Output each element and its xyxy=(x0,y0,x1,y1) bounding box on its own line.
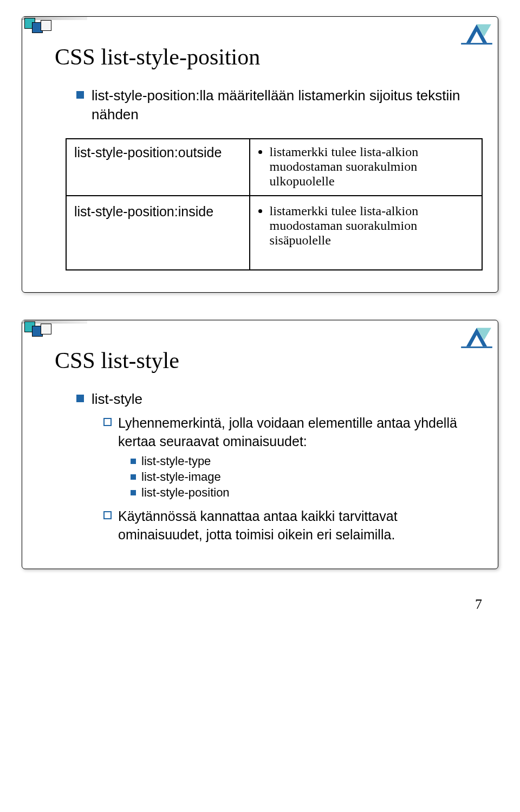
sub-bullet-text: Käytännössä kannattaa antaa kaikki tarvi… xyxy=(118,507,471,544)
square-bullet-icon xyxy=(76,91,84,99)
deep-bullet-text: list-style-position xyxy=(141,486,230,500)
checkbox-bullet-icon xyxy=(103,418,112,426)
checkbox-bullet-icon xyxy=(103,511,112,519)
bullet-text: list-style-position:lla määritellään lis… xyxy=(92,86,471,124)
corner-decoration xyxy=(22,17,87,35)
bullet-item: list-style-position:lla määritellään lis… xyxy=(76,86,471,124)
bullet-item: list-style xyxy=(76,390,471,409)
sub-bullet-item: Lyhennemerkintä, jolla voidaan elementil… xyxy=(103,414,471,451)
deep-list: list-style-type list-style-image list-st… xyxy=(131,454,471,500)
table-cell-right: listamerkki tulee lista-alkion muodostam… xyxy=(250,139,482,196)
table-text-line: muodostaman suorakulmion xyxy=(270,159,474,174)
svg-marker-0 xyxy=(466,24,487,43)
sub-bullet-item: Käytännössä kannattaa antaa kaikki tarvi… xyxy=(103,507,471,544)
logo-icon xyxy=(461,20,492,46)
bullet-text: list-style xyxy=(92,390,142,409)
table-text-line: sisäpuolelle xyxy=(270,233,474,248)
deep-bullet-item: list-style-position xyxy=(131,486,471,500)
slide-2: CSS list-style list-style Lyhennemerkint… xyxy=(22,320,498,569)
svg-marker-3 xyxy=(466,328,487,347)
deep-bullet-item: list-style-type xyxy=(131,454,471,468)
square-bullet-icon xyxy=(131,490,136,495)
slide-title: CSS list-style xyxy=(55,347,471,373)
table-cell-left: list-style-position:inside xyxy=(66,196,250,270)
table-text-line: ulkopuolelle xyxy=(270,174,474,189)
svg-marker-1 xyxy=(477,24,491,37)
deep-bullet-item: list-style-image xyxy=(131,470,471,484)
table-text-line: listamerkki tulee lista-alkion xyxy=(270,145,474,159)
deep-bullet-text: list-style-type xyxy=(141,454,211,468)
sub-bullet-text: Lyhennemerkintä, jolla voidaan elementil… xyxy=(118,414,471,451)
corner-decoration xyxy=(22,320,87,339)
deep-bullet-text: list-style-image xyxy=(141,470,221,484)
table-cell-right: listamerkki tulee lista-alkion muodostam… xyxy=(250,196,482,270)
square-bullet-icon xyxy=(76,395,84,402)
square-bullet-icon xyxy=(131,474,136,480)
slide-title: CSS list-style-position xyxy=(55,44,471,70)
table-cell-left: list-style-position:outside xyxy=(66,139,250,196)
table-text-line: listamerkki tulee lista-alkion xyxy=(270,204,474,218)
logo-icon xyxy=(461,324,492,350)
svg-marker-4 xyxy=(477,328,491,340)
table-text-line: muodostaman suorakulmion xyxy=(270,218,474,233)
square-bullet-icon xyxy=(131,459,136,464)
page-number: 7 xyxy=(22,596,498,613)
slide-1: CSS list-style-position list-style-posit… xyxy=(22,16,498,293)
position-table: list-style-position:outside listamerkki … xyxy=(66,138,483,270)
